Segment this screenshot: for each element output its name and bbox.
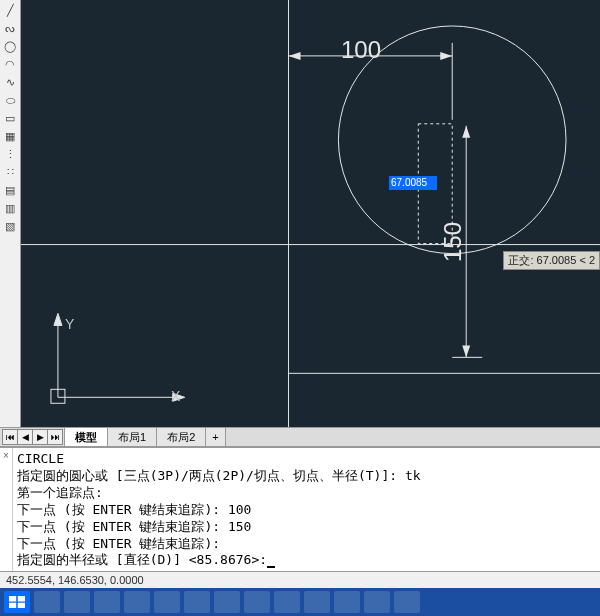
svg-marker-5 [289, 52, 301, 60]
cmd-line4: 下一点 (按 ENTER 键结束追踪): 150 [17, 518, 596, 535]
cmd-line2: 第一个追踪点: [17, 484, 596, 501]
task-app-7[interactable] [214, 591, 240, 613]
svg-marker-15 [54, 313, 62, 325]
ucs-y-label: Y [65, 316, 74, 332]
dim-horizontal-value: 100 [341, 36, 381, 64]
cmd-name: CIRCLE [17, 450, 596, 467]
task-app-2[interactable] [64, 591, 90, 613]
tab-model[interactable]: 模型 [64, 427, 108, 446]
tool-arc-icon[interactable]: ◠ [2, 56, 18, 72]
svg-marker-9 [462, 126, 470, 138]
drawing-viewport[interactable]: 100 150 67.0085 正交: 67.0085 < 2 Y X [21, 0, 600, 427]
start-button-icon[interactable] [4, 591, 30, 613]
task-app-9[interactable] [274, 591, 300, 613]
tool-ellipse-icon[interactable]: ⬭ [2, 92, 18, 108]
tool-spline-icon[interactable]: ∿ [2, 74, 18, 90]
tab-add[interactable]: + [206, 428, 225, 446]
tab-last-icon[interactable]: ⏭ [47, 429, 63, 445]
tool-polyline-icon[interactable]: ᔓ [2, 20, 18, 36]
tool-dim3-icon[interactable]: ▧ [2, 218, 18, 234]
tool-dim2-icon[interactable]: ▥ [2, 200, 18, 216]
svg-rect-13 [51, 389, 65, 403]
cmd-line1: 指定圆的圆心或 [三点(3P)/两点(2P)/切点、切点、半径(T)]: tk [17, 467, 596, 484]
task-app-6[interactable] [184, 591, 210, 613]
cmd-prompt-text: 指定圆的半径或 [直径(D)] <85.8676>: [17, 552, 267, 567]
status-bar: 452.5554, 146.6530, 0.0000 [0, 571, 600, 588]
cursor-icon [267, 552, 275, 568]
draw-toolbar: ╱ ᔓ ◯ ◠ ∿ ⬭ ▭ ▦ ⋮ ∷ ▤ ▥ ▧ [0, 0, 21, 427]
tool-dim1-icon[interactable]: ▤ [2, 182, 18, 198]
tab-nav: ⏮ ◀ ▶ ⏭ [0, 428, 64, 446]
tab-layout2[interactable]: 布局2 [157, 428, 206, 446]
svg-marker-10 [462, 345, 470, 357]
task-app-1[interactable] [34, 591, 60, 613]
tracking-tooltip: 正交: 67.0085 < 2 [503, 251, 600, 270]
task-app-13[interactable] [394, 591, 420, 613]
tool-circle-icon[interactable]: ◯ [2, 38, 18, 54]
task-app-5[interactable] [154, 591, 180, 613]
task-app-10[interactable] [304, 591, 330, 613]
drawing-svg [21, 0, 600, 427]
dynamic-input-field[interactable]: 67.0085 [389, 176, 437, 190]
dim-vertical-value: 150 [439, 222, 467, 262]
tool-hatch-icon[interactable]: ▦ [2, 128, 18, 144]
tool-point-icon[interactable]: ⋮ [2, 146, 18, 162]
command-body[interactable]: CIRCLE 指定圆的圆心或 [三点(3P)/两点(2P)/切点、切点、半径(T… [13, 448, 600, 571]
cmd-prompt: 指定圆的半径或 [直径(D)] <85.8676>: [17, 551, 275, 568]
task-app-8[interactable] [244, 591, 270, 613]
layout-tabbar: ⏮ ◀ ▶ ⏭ 模型 布局1 布局2 + [0, 427, 600, 447]
coord-readout: 452.5554, 146.6530, 0.0000 [6, 574, 144, 586]
tooltip-prefix: 正交: [508, 254, 536, 266]
command-close-icon[interactable]: × [0, 448, 13, 571]
tooltip-value: 67.0085 < 2 [537, 254, 595, 266]
tab-first-icon[interactable]: ⏮ [2, 429, 18, 445]
cmd-line3: 下一点 (按 ENTER 键结束追踪): 100 [17, 501, 596, 518]
os-taskbar [0, 588, 600, 616]
task-app-12[interactable] [364, 591, 390, 613]
task-app-11[interactable] [334, 591, 360, 613]
tab-layout1[interactable]: 布局1 [108, 428, 157, 446]
tab-next-icon[interactable]: ▶ [32, 429, 48, 445]
svg-marker-6 [440, 52, 452, 60]
ucs-x-label: X [171, 388, 180, 404]
tool-rect-icon[interactable]: ▭ [2, 110, 18, 126]
cmd-line5: 下一点 (按 ENTER 键结束追踪): [17, 535, 596, 552]
tool-construction-icon[interactable]: ∷ [2, 164, 18, 180]
tool-line-icon[interactable]: ╱ [2, 2, 18, 18]
command-window: × CIRCLE 指定圆的圆心或 [三点(3P)/两点(2P)/切点、切点、半径… [0, 447, 600, 571]
task-app-3[interactable] [94, 591, 120, 613]
tab-prev-icon[interactable]: ◀ [17, 429, 33, 445]
task-app-4[interactable] [124, 591, 150, 613]
